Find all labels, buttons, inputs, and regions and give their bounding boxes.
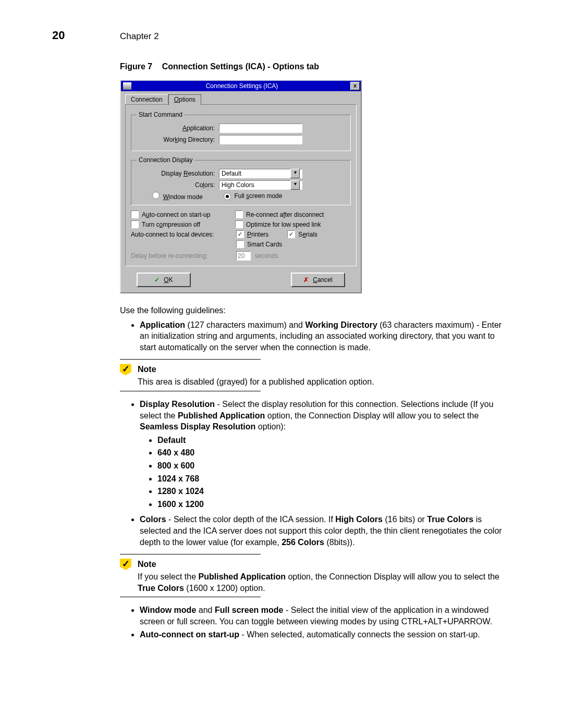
chevron-down-icon[interactable]: ▾: [290, 180, 300, 190]
titlebar: Connection Settings (ICA) x: [121, 81, 361, 91]
start-command-legend: Start Command: [137, 111, 185, 118]
titlebar-text: Connection Settings (ICA): [133, 82, 350, 90]
delay-before-reconnecting: Delay before re-connecting: seconds: [131, 251, 351, 261]
tab-options-rest: ptions: [179, 96, 195, 103]
list-item: 1600 x 1200: [157, 499, 511, 510]
tab-connection[interactable]: Connection: [125, 94, 168, 104]
note-body: This area is disabled (grayed) for a pub…: [138, 376, 511, 388]
printers-checkbox[interactable]: Printers: [236, 230, 268, 238]
close-icon[interactable]: x: [350, 82, 360, 90]
checkbox-icon: [287, 230, 295, 238]
app-icon: [123, 82, 131, 90]
optimize-low-speed-checkbox[interactable]: Optimize for low speed link: [235, 220, 339, 228]
radio-icon: [224, 193, 231, 200]
list-item: Default: [157, 435, 511, 446]
resolution-list: Default 640 x 480 800 x 600 1024 x 768 1…: [140, 435, 511, 510]
list-item: 1280 x 1024: [157, 486, 511, 497]
radio-icon: [152, 192, 160, 199]
note-icon: [120, 364, 131, 375]
check-icon: ✓: [154, 276, 160, 283]
auto-connect-startup-checkbox[interactable]: Auto-connect on start-up: [131, 211, 235, 218]
guidelines-list-2: Display Resolution - Select the display …: [120, 399, 511, 548]
page-number: 20: [52, 29, 120, 42]
auto-connect-local-label: Auto-connect to local devices:: [131, 231, 232, 238]
page-header: 20 Chapter 2: [52, 29, 511, 42]
checkbox-icon: [236, 230, 244, 238]
connection-display-group: Connection Display Display Resolution: D…: [131, 156, 351, 205]
checkbox-icon: [131, 220, 139, 228]
checkbox-icon: [236, 240, 244, 248]
smart-cards-checkbox[interactable]: Smart Cards: [236, 240, 282, 248]
checkbox-icon: [131, 211, 139, 218]
intro-text: Use the following guidelines:: [120, 305, 511, 316]
colors-select[interactable]: High Colors ▾: [219, 180, 302, 190]
application-input[interactable]: [219, 124, 302, 133]
chevron-down-icon[interactable]: ▾: [290, 169, 300, 178]
delay-seconds-input[interactable]: [236, 251, 251, 261]
working-directory-label: Working Directory:: [137, 136, 215, 143]
list-item: Display Resolution - Select the display …: [140, 399, 511, 510]
connection-display-legend: Connection Display: [137, 156, 194, 164]
note-block: Note This area is disabled (grayed) for …: [120, 359, 511, 391]
cancel-button[interactable]: ✗ Cancel: [291, 273, 345, 287]
display-resolution-label: Display Resolution:: [137, 170, 215, 177]
colors-label: Colors:: [137, 181, 215, 189]
application-label: Application:: [137, 125, 215, 132]
note-block: Note If you select the Published Applica…: [120, 554, 511, 597]
turn-compression-off-checkbox[interactable]: Turn compression off: [131, 220, 235, 228]
serials-checkbox[interactable]: Serials: [287, 230, 317, 238]
list-item: 640 x 480: [157, 447, 511, 459]
tab-strip: Connection Options: [121, 91, 361, 104]
figure-title: Connection Settings (ICA) - Options tab: [162, 62, 319, 71]
x-icon: ✗: [303, 276, 309, 283]
list-item: 1024 x 768: [157, 473, 511, 485]
options-checkbox-grid: Auto-connect on start-up Re-connect afte…: [131, 211, 351, 228]
checkbox-icon: [235, 220, 243, 228]
note-title: Note: [138, 365, 156, 374]
full-screen-mode-radio[interactable]: Full screen mode: [224, 192, 283, 200]
note-icon: [120, 559, 131, 570]
display-resolution-select[interactable]: Default ▾: [219, 169, 302, 178]
colors-value: High Colors: [222, 181, 254, 189]
content-area: Figure 7 Connection Settings (ICA) - Opt…: [120, 62, 511, 640]
checkbox-icon: [235, 211, 243, 218]
list-item: Window mode and Full screen mode - Selec…: [140, 604, 511, 627]
figure-caption: Figure 7 Connection Settings (ICA) - Opt…: [120, 62, 511, 71]
tab-options[interactable]: Options: [168, 94, 201, 105]
chapter-label: Chapter 2: [120, 31, 159, 42]
working-directory-input[interactable]: [219, 135, 302, 144]
note-body: If you select the Published Application …: [138, 571, 511, 594]
reconnect-after-disconnect-checkbox[interactable]: Re-connect after disconnect: [235, 211, 339, 218]
list-item: Auto-connect on start-up - When selected…: [140, 629, 511, 640]
start-command-group: Start Command Application: Working Direc…: [131, 111, 351, 151]
options-panel: Start Command Application: Working Direc…: [125, 104, 357, 266]
list-item: 800 x 600: [157, 460, 511, 472]
document-page: 20 Chapter 2 Figure 7 Connection Setting…: [0, 0, 563, 728]
dialog-button-bar: ✓ OK ✗ Cancel: [121, 270, 361, 292]
connection-settings-dialog: Connection Settings (ICA) x Connection O…: [120, 80, 362, 293]
guidelines-list: Application (127 characters maximum) and…: [120, 319, 511, 353]
list-item: Application (127 characters maximum) and…: [140, 319, 511, 353]
ok-button[interactable]: ✓ OK: [137, 273, 191, 287]
window-mode-radio[interactable]: Window mode: [152, 192, 203, 201]
tab-options-accel: O: [174, 96, 179, 103]
list-item: Colors - Select the color depth of the I…: [140, 514, 511, 548]
figure-label: Figure 7: [120, 62, 152, 71]
delay-unit: seconds: [255, 252, 278, 260]
display-resolution-value: Default: [222, 170, 241, 177]
note-title: Note: [138, 560, 156, 569]
guidelines-list-3: Window mode and Full screen mode - Selec…: [120, 604, 511, 640]
